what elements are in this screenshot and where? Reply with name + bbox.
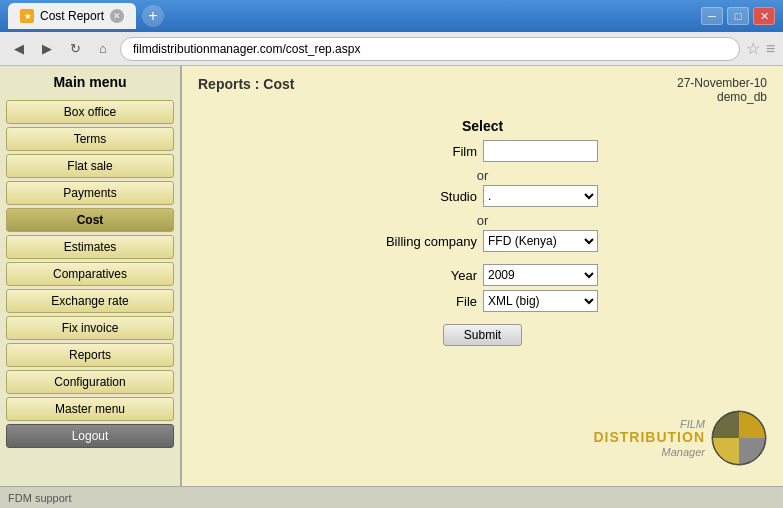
film-label: Film	[367, 144, 477, 159]
year-label: Year	[367, 268, 477, 283]
sidebar-item-exchange-rate[interactable]: Exchange rate	[6, 289, 174, 313]
sidebar-item-comparatives[interactable]: Comparatives	[6, 262, 174, 286]
window-controls: ─ □ ✕	[701, 7, 775, 25]
file-select[interactable]: XML (big)	[483, 290, 598, 312]
billing-label: Billing company	[367, 234, 477, 249]
logo-icon	[711, 410, 767, 466]
sidebar-item-estimates[interactable]: Estimates	[6, 235, 174, 259]
page-title: Reports : Cost	[198, 76, 294, 92]
sidebar-item-box-office[interactable]: Box office	[6, 100, 174, 124]
page-db: demo_db	[677, 90, 767, 104]
sidebar-item-flat-sale[interactable]: Flat sale	[6, 154, 174, 178]
forward-button[interactable]: ▶	[36, 38, 58, 60]
logo-area: FILM DISTRIBUTION Manager	[593, 410, 767, 466]
file-label: File	[367, 294, 477, 309]
sidebar-item-configuration[interactable]: Configuration	[6, 370, 174, 394]
or-text-2: or	[477, 213, 489, 228]
form-section: Select Film or Studio . or Billing compa…	[198, 118, 767, 346]
logo-manager-text: Manager	[593, 446, 705, 458]
sidebar: Main menu Box office Terms Flat sale Pay…	[0, 66, 182, 486]
tab-title: Cost Report	[40, 9, 104, 23]
sidebar-item-reports[interactable]: Reports	[6, 343, 174, 367]
browser-tab[interactable]: ★ Cost Report ✕	[8, 3, 136, 29]
sidebar-item-cost[interactable]: Cost	[6, 208, 174, 232]
refresh-button[interactable]: ↻	[64, 38, 86, 60]
browser-content: Main menu Box office Terms Flat sale Pay…	[0, 66, 783, 486]
tab-favicon: ★	[20, 9, 34, 23]
year-select[interactable]: 2009	[483, 264, 598, 286]
studio-row: Studio .	[367, 185, 598, 207]
sidebar-item-terms[interactable]: Terms	[6, 127, 174, 151]
new-tab-button[interactable]: +	[142, 5, 164, 27]
file-row: File XML (big)	[367, 290, 598, 312]
main-panel: Reports : Cost 27-November-10 demo_db Se…	[182, 66, 783, 486]
url-input[interactable]	[120, 37, 740, 61]
billing-row: Billing company FFD (Kenya)	[367, 230, 598, 252]
studio-label: Studio	[367, 189, 477, 204]
minimize-button[interactable]: ─	[701, 7, 723, 25]
year-row: Year 2009	[367, 264, 598, 286]
address-bar: ◀ ▶ ↻ ⌂ ☆ ≡	[0, 32, 783, 66]
sidebar-item-logout[interactable]: Logout	[6, 424, 174, 448]
footer-text: FDM support	[8, 492, 72, 504]
page-date: 27-November-10	[677, 76, 767, 90]
sidebar-item-master-menu[interactable]: Master menu	[6, 397, 174, 421]
logo-distribution-text: DISTRIBUTION	[593, 430, 705, 445]
select-label: Select	[462, 118, 503, 134]
studio-select[interactable]: .	[483, 185, 598, 207]
sidebar-title: Main menu	[6, 74, 174, 90]
page-header: Reports : Cost 27-November-10 demo_db	[198, 76, 767, 104]
close-button[interactable]: ✕	[753, 7, 775, 25]
maximize-button[interactable]: □	[727, 7, 749, 25]
sidebar-item-fix-invoice[interactable]: Fix invoice	[6, 316, 174, 340]
browser-titlebar: ★ Cost Report ✕ + ─ □ ✕	[0, 0, 783, 32]
sidebar-item-payments[interactable]: Payments	[6, 181, 174, 205]
bookmark-icon[interactable]: ☆	[746, 39, 760, 58]
submit-button[interactable]: Submit	[443, 324, 522, 346]
billing-select[interactable]: FFD (Kenya)	[483, 230, 598, 252]
settings-icon[interactable]: ≡	[766, 40, 775, 58]
page-meta: 27-November-10 demo_db	[677, 76, 767, 104]
browser-footer: FDM support	[0, 486, 783, 508]
film-row: Film	[367, 140, 598, 162]
logo-text: FILM DISTRIBUTION Manager	[593, 418, 705, 458]
film-input[interactable]	[483, 140, 598, 162]
or-text-1: or	[477, 168, 489, 183]
back-button[interactable]: ◀	[8, 38, 30, 60]
home-button[interactable]: ⌂	[92, 38, 114, 60]
tab-close-btn[interactable]: ✕	[110, 9, 124, 23]
